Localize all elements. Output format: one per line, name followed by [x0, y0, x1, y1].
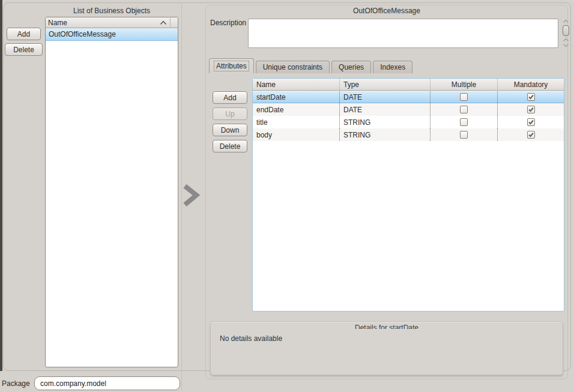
check-icon [528, 131, 534, 138]
scroll-up-icon[interactable] [563, 19, 569, 23]
business-objects-list-title: List of Business Objects [45, 7, 178, 15]
mandatory-checkbox[interactable] [527, 118, 535, 126]
attribute-name-cell: title [253, 116, 340, 128]
tab-label: Unique constraints [261, 62, 325, 73]
header-separator [170, 19, 171, 27]
attribute-type-cell: DATE [340, 91, 431, 103]
business-object-editor: List of Business Objects Add Delete Name… [0, 0, 574, 392]
add-attribute-button[interactable]: Add [213, 91, 247, 104]
description-scrollbar[interactable] [561, 19, 571, 47]
attribute-mandatory-cell [498, 103, 564, 116]
check-icon [528, 94, 534, 100]
tab-label: Queries [336, 62, 366, 73]
column-header-name[interactable]: Name [253, 79, 340, 90]
delete-attribute-button[interactable]: Delete [213, 140, 247, 152]
attribute-name-cell: startDate [253, 91, 340, 103]
attribute-mandatory-cell [498, 128, 564, 141]
attributes-table-header: Name Type Multiple Mandatory [253, 79, 564, 91]
column-header-multiple[interactable]: Multiple [431, 79, 498, 90]
package-input[interactable] [34, 376, 180, 390]
add-business-object-button[interactable]: Add [7, 28, 41, 40]
column-header-mandatory[interactable]: Mandatory [498, 79, 564, 90]
details-panel-title: Details for startDate [211, 324, 563, 329]
check-icon [528, 106, 534, 113]
business-objects-table-header[interactable]: Name [46, 17, 178, 28]
scroll-step-up-icon[interactable] [563, 38, 569, 42]
attribute-row[interactable]: bodySTRING [253, 128, 564, 141]
business-objects-table: Name OutOfOfficeMessage [45, 17, 178, 367]
tab-indexes[interactable]: Indexes [373, 61, 412, 73]
check-icon [528, 119, 534, 125]
attributes-rows: startDateDATEendDateDATEtitleSTRINGbodyS… [253, 91, 564, 141]
attribute-multiple-cell [431, 128, 498, 141]
tab-unique-constraints[interactable]: Unique constraints [256, 61, 330, 73]
package-label: Package [2, 379, 30, 388]
transfer-arrow-icon [182, 182, 201, 209]
scrollbar-thumb[interactable] [563, 25, 569, 36]
multiple-checkbox[interactable] [460, 106, 468, 113]
mandatory-checkbox[interactable] [527, 131, 535, 139]
attribute-row[interactable]: endDateDATE [253, 103, 564, 116]
attributes-table: Name Type Multiple Mandatory startDateDA… [252, 78, 564, 312]
attribute-buttons: AddUpDownDelete [213, 91, 247, 152]
description-textarea[interactable] [248, 19, 558, 48]
attribute-row[interactable]: titleSTRING [253, 116, 564, 128]
attribute-name-cell: body [253, 128, 340, 141]
attribute-multiple-cell [431, 91, 498, 103]
mandatory-checkbox[interactable] [527, 106, 535, 113]
attribute-mandatory-cell [498, 116, 564, 128]
up-attribute-button[interactable]: Up [213, 107, 247, 120]
attribute-row[interactable]: startDateDATE [253, 91, 564, 103]
sort-ascending-icon [160, 20, 167, 25]
column-header-type[interactable]: Type [340, 79, 431, 90]
attribute-mandatory-cell [498, 91, 564, 103]
attribute-multiple-cell [431, 116, 498, 128]
detail-tabs: AttributesUnique constraintsQueriesIndex… [209, 58, 412, 73]
description-label: Description [210, 19, 246, 27]
attribute-name-cell: endDate [253, 103, 340, 116]
business-object-row[interactable]: OutOfOfficeMessage [46, 28, 178, 41]
attribute-type-cell: STRING [340, 128, 431, 141]
tab-attributes[interactable]: Attributes [209, 58, 254, 73]
mandatory-checkbox[interactable] [527, 93, 535, 101]
tab-label: Indexes [378, 62, 408, 73]
left-accent-strip [0, 0, 2, 371]
tab-label: Attributes [214, 61, 249, 71]
delete-business-object-button[interactable]: Delete [5, 43, 43, 56]
column-header-name[interactable]: Name [48, 19, 160, 27]
attribute-multiple-cell [431, 103, 498, 116]
business-objects-rows: OutOfOfficeMessage [46, 28, 178, 41]
attribute-type-cell: STRING [340, 116, 431, 128]
details-empty-message: No details available [220, 334, 282, 343]
details-panel: Details for startDate No details availab… [210, 321, 563, 375]
multiple-checkbox[interactable] [460, 131, 468, 139]
multiple-checkbox[interactable] [460, 93, 468, 101]
down-attribute-button[interactable]: Down [213, 124, 247, 136]
scroll-step-down-icon[interactable] [563, 43, 569, 47]
tab-queries[interactable]: Queries [331, 61, 371, 73]
multiple-checkbox[interactable] [460, 118, 468, 126]
business-object-name-title: OutOfOfficeMessage [205, 7, 568, 15]
attribute-type-cell: DATE [340, 103, 431, 116]
